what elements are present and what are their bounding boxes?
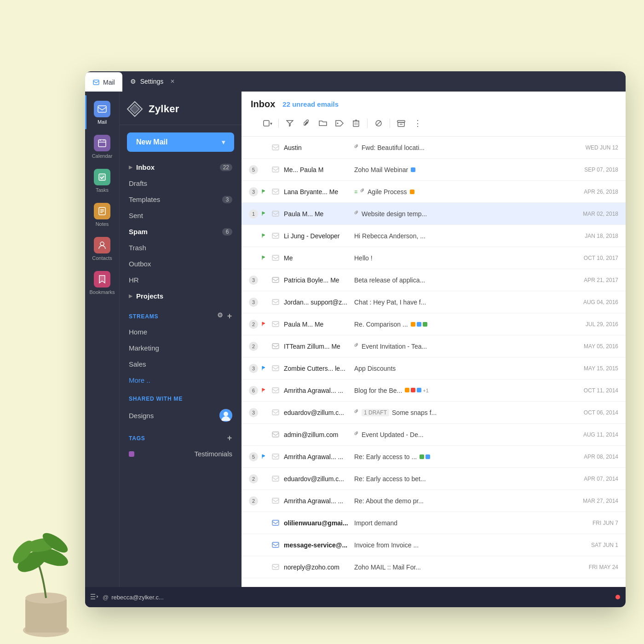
- nav-item-notes[interactable]: Notes: [85, 197, 119, 231]
- folder-sent[interactable]: Sent: [120, 207, 242, 224]
- folder-inbox[interactable]: ▶ Inbox 22: [120, 159, 242, 175]
- svg-rect-47: [272, 322, 279, 327]
- svg-rect-16: [99, 174, 105, 180]
- filter-button[interactable]: [282, 116, 297, 131]
- close-tab-icon[interactable]: ✕: [170, 78, 175, 85]
- email-row-5[interactable]: Li Jung - DeveloperHi Rebecca Anderson, …: [242, 225, 626, 247]
- sender-20: noreply@zoho.com: [284, 564, 351, 571]
- subject-text-4: Website design temp...: [362, 210, 427, 218]
- new-mail-label: New Mail: [136, 138, 167, 146]
- subject-area-6: Hello !: [354, 254, 576, 262]
- tags-15: [420, 454, 430, 459]
- flag-icon-4: [262, 211, 267, 217]
- tag-testimonials-dot: [129, 451, 134, 457]
- folder-hr[interactable]: HR: [120, 272, 242, 288]
- color-tag: [411, 322, 415, 327]
- mail-type-icon-19: [271, 540, 280, 550]
- new-mail-button[interactable]: New Mail ▾: [127, 132, 234, 152]
- email-row-8[interactable]: 3 Jordan... support@z...Chat : Hey Pat, …: [242, 291, 626, 313]
- svg-rect-8: [93, 80, 99, 85]
- inbox-folder-label: Inbox: [136, 163, 155, 171]
- email-row-19[interactable]: message-service@...Invoice from Invoice …: [242, 534, 626, 556]
- folder-templates[interactable]: Templates 3: [120, 191, 242, 207]
- folder-projects[interactable]: ▶ Projects: [120, 288, 242, 304]
- subject-area-8: Chat : Hey Pat, I have f...: [354, 299, 576, 306]
- flag-icon-9: [262, 321, 267, 328]
- shared-designs[interactable]: Designs: [120, 405, 242, 426]
- email-row-7[interactable]: 3 Patricia Boyle... MeBeta release of ap…: [242, 269, 626, 291]
- folder-outbox[interactable]: Outbox: [120, 256, 242, 272]
- email-row-9[interactable]: 2 Paula M... MeRe. Comparison ...JUL 29,…: [242, 313, 626, 335]
- nav-label-contacts: Contacts: [92, 255, 112, 261]
- sender-16: eduardov@zillum.c...: [284, 475, 351, 483]
- email-row-15[interactable]: 5 Amritha Agrawal... ...Re: Early access…: [242, 446, 626, 468]
- email-row-2[interactable]: 5 Me... Paula MZoho Mail WebinarSEP 07, …: [242, 159, 626, 181]
- label-button[interactable]: [332, 116, 347, 131]
- streams-settings-icon[interactable]: ⚙: [217, 311, 224, 321]
- svg-rect-39: [272, 145, 279, 150]
- contacts-nav-icon: [94, 237, 110, 253]
- stream-sales[interactable]: Sales: [120, 356, 242, 372]
- subject-area-16: Re: Early access to bet...: [354, 475, 576, 483]
- email-row-13[interactable]: 3 eduardov@zillum.c... 1 DRAFTSome snaps…: [242, 402, 626, 424]
- svg-rect-42: [272, 211, 279, 216]
- new-mail-chevron-icon: ▾: [222, 138, 225, 146]
- thread-count-2: 5: [249, 165, 258, 174]
- email-row-17[interactable]: 2 Amritha Agrawal... ...Re: About the de…: [242, 490, 626, 512]
- projects-folder-label: Projects: [136, 292, 163, 300]
- tags-12: +1: [405, 388, 429, 393]
- inbox-expand-icon: ▶: [129, 164, 132, 170]
- subject-text-18: Import demand: [354, 519, 397, 527]
- date-4: MAR 02, 2018: [583, 211, 618, 217]
- email-row-11[interactable]: 3 Zombie Cutters... le...App DiscountsMA…: [242, 357, 626, 380]
- select-all-button[interactable]: ▾: [260, 116, 275, 131]
- subject-text-13: Some snaps f...: [392, 409, 437, 416]
- email-row-10[interactable]: 2 ITTeam Zillum... Me Event Invitation -…: [242, 335, 626, 357]
- nav-item-mail[interactable]: Mail: [85, 95, 119, 129]
- email-row-12[interactable]: 6 Amritha Agrawal... ...Blog for the Be.…: [242, 380, 626, 402]
- nav-item-bookmarks[interactable]: Bookmarks: [85, 265, 119, 299]
- folder-spam[interactable]: Spam 6: [120, 224, 242, 240]
- thread-count-4: 1: [249, 209, 258, 218]
- streams-more-link[interactable]: More ..: [120, 372, 242, 388]
- attachment-filter-button[interactable]: [299, 116, 314, 131]
- drafts-folder-label: Drafts: [129, 179, 147, 187]
- email-row-4[interactable]: 1 Paula M... Me Website design temp...MA…: [242, 203, 626, 225]
- nav-item-contacts[interactable]: Contacts: [85, 231, 119, 265]
- subject-text-9: Re. Comparison ...: [354, 321, 408, 328]
- email-row-3[interactable]: 3 Lana Bryante... Me≡ Agile ProcessAPR 2…: [242, 181, 626, 203]
- streams-add-icon[interactable]: +: [227, 311, 232, 321]
- email-row-14[interactable]: admin@zillum.com Event Updated - De...AU…: [242, 424, 626, 446]
- subject-text-15: Re: Early access to ...: [354, 453, 417, 460]
- color-tag: [426, 454, 430, 459]
- thread-count-10: 2: [249, 342, 258, 351]
- stream-home[interactable]: Home: [120, 324, 242, 340]
- tag-testimonials[interactable]: Testimonials: [120, 446, 242, 462]
- tab-settings[interactable]: ⚙ Settings ✕: [122, 71, 183, 92]
- tags-section-header: TAGS +: [120, 426, 242, 446]
- tags-add-icon[interactable]: +: [227, 433, 232, 443]
- email-row-16[interactable]: 2 eduardov@zillum.c...Re: Early access t…: [242, 468, 626, 490]
- archive-button[interactable]: [394, 116, 408, 131]
- svg-rect-27: [264, 121, 269, 126]
- tab-mail[interactable]: Mail: [85, 72, 122, 92]
- subject-area-10: Event Invitation - Tea...: [354, 343, 576, 350]
- more-options-button[interactable]: ⋮: [410, 116, 425, 131]
- folder-button[interactable]: [316, 116, 330, 131]
- stream-marketing[interactable]: Marketing: [120, 340, 242, 356]
- email-row-6[interactable]: MeHello !OCT 10, 2017: [242, 247, 626, 269]
- subject-area-18: Import demand: [354, 519, 585, 527]
- nav-item-calendar[interactable]: Calendar: [85, 129, 119, 163]
- block-button[interactable]: [371, 116, 386, 131]
- collapse-sidebar-icon[interactable]: [91, 593, 98, 601]
- folder-drafts[interactable]: Drafts: [120, 175, 242, 191]
- email-row-20[interactable]: noreply@zoho.comZoho MAIL :: Mail For...…: [242, 556, 626, 578]
- toolbar-divider-3: [390, 119, 390, 128]
- subject-text-6: Hello !: [354, 254, 373, 262]
- email-row-18[interactable]: olilienwuaru@gmai...Import demandFRI JUN…: [242, 512, 626, 534]
- email-row-1[interactable]: Austin Fwd: Beautiful locati...WED JUN 1…: [242, 137, 626, 159]
- folder-trash[interactable]: Trash: [120, 240, 242, 256]
- subject-area-11: App Discounts: [354, 365, 576, 372]
- delete-button[interactable]: [349, 116, 363, 131]
- nav-item-tasks[interactable]: Tasks: [85, 163, 119, 197]
